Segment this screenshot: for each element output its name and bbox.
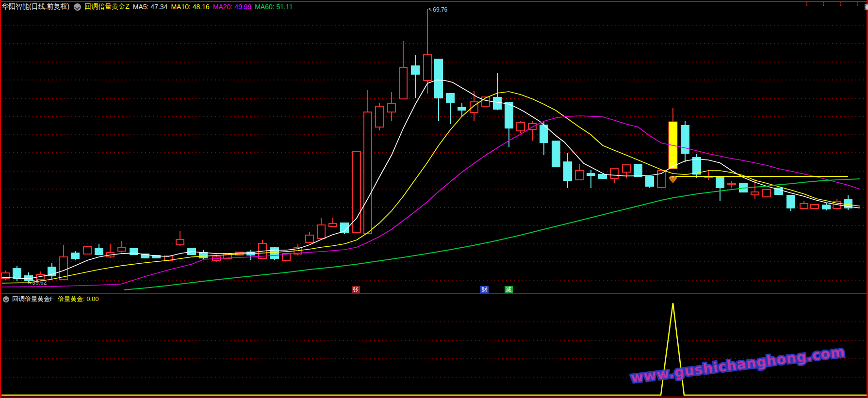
app-window: 华阳智能(日线.前复权) 回调倍量黄金Z MA5: 47.34 MA10: 48… bbox=[0, 0, 868, 398]
signal-marker-zhang: 张 bbox=[352, 286, 360, 293]
low-price-label: ↖39.62 bbox=[27, 279, 47, 286]
ma5-legend: MA5: 47.34 bbox=[133, 3, 168, 11]
ma60-legend: MA60: 51.11 bbox=[255, 3, 293, 11]
panel-divider[interactable] bbox=[0, 293, 868, 294]
sub-panel-header: 回调倍量黄金F 倍量黄金: 0.00 bbox=[2, 295, 98, 303]
callout-arrow-icon: ↖ bbox=[27, 280, 32, 286]
chart-left-border bbox=[0, 0, 1, 398]
sub-indicator-name[interactable]: 回调倍量黄金F bbox=[12, 295, 54, 303]
main-chart-header: 华阳智能(日线.前复权) 回调倍量黄金Z MA5: 47.34 MA10: 48… bbox=[2, 2, 296, 11]
indicator-name[interactable]: 回调倍量黄金Z bbox=[84, 2, 130, 11]
chart-top-border bbox=[0, 1, 868, 2]
callout-arrow-icon: ↖ bbox=[428, 7, 432, 13]
ma10-legend: MA10: 48.16 bbox=[171, 3, 209, 11]
peak-price-label: ↖69.76 bbox=[428, 6, 447, 13]
signal-marker-cai: 财 bbox=[480, 286, 489, 293]
ma20-legend: MA20: 49.99 bbox=[213, 3, 251, 11]
chevron-down-icon[interactable] bbox=[74, 3, 81, 11]
split-window-icon[interactable] bbox=[864, 3, 868, 11]
chevron-down-icon[interactable] bbox=[3, 296, 9, 302]
candlestick-chart bbox=[0, 0, 868, 398]
sub-indicator-value: 倍量黄金: 0.00 bbox=[58, 295, 99, 303]
chart-bottom-border bbox=[0, 397, 868, 398]
signal-marker-jian: 减 bbox=[505, 286, 513, 293]
stock-title[interactable]: 华阳智能(日线.前复权) bbox=[2, 2, 69, 11]
